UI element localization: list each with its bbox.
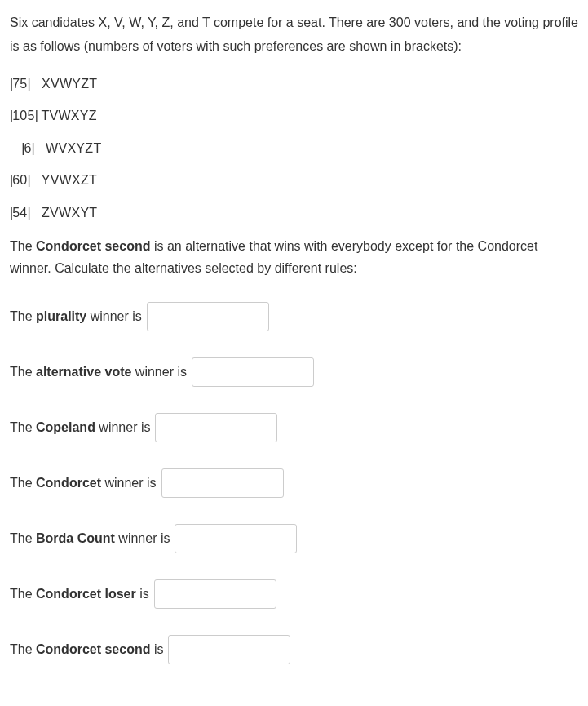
question-label: The Condorcet loser is [10, 584, 149, 605]
question-label: The Condorcet winner is [10, 473, 157, 494]
question-copeland: The Copeland winner is [10, 413, 578, 442]
copeland-input[interactable] [155, 413, 277, 442]
profile-row: |105| TVWXYZ [10, 105, 578, 127]
profile-row: |6| WVXYZT [10, 138, 578, 159]
question-alternative-vote: The alternative vote winner is [10, 357, 578, 387]
question-condorcet: The Condorcet winner is [10, 468, 578, 498]
question-label: The Borda Count winner is [10, 528, 170, 549]
condorcet-input[interactable] [161, 468, 284, 498]
question-label: The plurality winner is [10, 306, 142, 327]
description-text: The Condorcet second is an alternative t… [10, 235, 578, 279]
question-label: The alternative vote winner is [10, 362, 187, 383]
alternative-vote-input[interactable] [192, 357, 314, 387]
question-plurality: The plurality winner is [10, 302, 578, 331]
question-label: The Copeland winner is [10, 417, 150, 438]
plurality-input[interactable] [147, 302, 269, 331]
voting-profile: |75| XVWYZT |105| TVWXYZ |6| WVXYZT |60|… [10, 73, 578, 224]
question-borda: The Borda Count winner is [10, 524, 578, 553]
borda-input[interactable] [175, 524, 297, 553]
profile-row: |60| YVWXZT [10, 170, 578, 191]
condorcet-loser-input[interactable] [154, 579, 276, 609]
intro-text: Six candidates X, V, W, Y, Z, and T comp… [10, 11, 578, 59]
question-condorcet-loser: The Condorcet loser is [10, 579, 578, 609]
question-label: The Condorcet second is [10, 639, 163, 660]
profile-row: |75| XVWYZT [10, 73, 578, 95]
condorcet-second-input[interactable] [168, 635, 290, 664]
profile-row: |54| ZVWXYT [10, 202, 578, 224]
question-condorcet-second: The Condorcet second is [10, 635, 578, 664]
